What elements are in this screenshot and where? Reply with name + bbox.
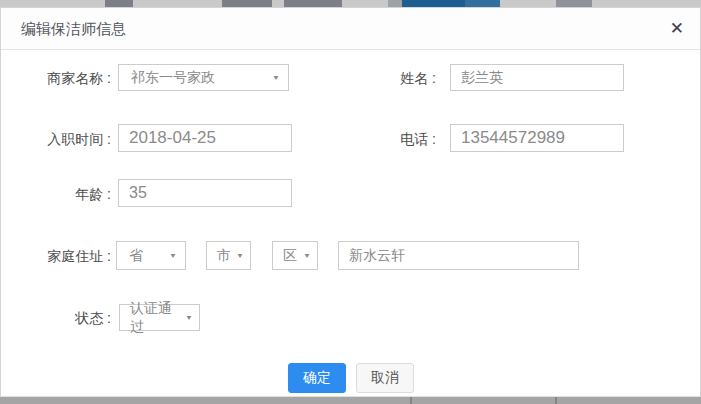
status-select[interactable]: 认证通过 ▼ (119, 304, 200, 331)
merchant-name-select[interactable]: 祁东一号家政 ▼ (118, 64, 289, 91)
confirm-button[interactable]: 确定 (288, 363, 346, 393)
edit-cleaner-modal: 编辑保洁师信息 ✕ 商家名称 : 祁东一号家政 ▼ 姓名 : 入职时间 : 电话… (0, 7, 701, 397)
chevron-down-icon: ▼ (236, 252, 244, 260)
background-bottom-strip (0, 397, 701, 404)
background-button-fragment (465, 0, 500, 7)
background-text-fragment (105, 0, 133, 7)
background-top-strip (0, 0, 701, 7)
background-text-fragment (222, 0, 272, 7)
status-label: 状态 : (11, 310, 111, 328)
merchant-name-label: 商家名称 : (11, 70, 111, 88)
home-address-label: 家庭住址 : (11, 248, 111, 266)
district-value: 区 (283, 247, 297, 265)
phone-input[interactable] (450, 124, 624, 152)
background-divider (410, 397, 412, 404)
hire-date-input[interactable] (118, 124, 292, 152)
phone-label: 电话 : (356, 131, 436, 149)
modal-header: 编辑保洁师信息 ✕ (1, 8, 700, 50)
address-detail-input[interactable] (338, 241, 579, 270)
name-input[interactable] (450, 64, 624, 91)
background-button-fragment (402, 0, 465, 7)
city-select[interactable]: 市 ▼ (206, 241, 251, 270)
background-text-fragment (284, 0, 342, 7)
merchant-name-value: 祁东一号家政 (131, 69, 215, 87)
modal-title: 编辑保洁师信息 (21, 20, 126, 39)
name-label: 姓名 : (356, 70, 436, 88)
background-text-fragment (556, 0, 592, 7)
chevron-down-icon: ▼ (169, 252, 177, 260)
chevron-down-icon: ▼ (185, 314, 193, 322)
province-value: 省 (129, 247, 143, 265)
background-divider (555, 397, 557, 404)
age-input[interactable] (118, 179, 292, 207)
district-select[interactable]: 区 ▼ (272, 241, 318, 270)
city-value: 市 (217, 247, 231, 265)
background-text-fragment (388, 0, 402, 7)
screen: 编辑保洁师信息 ✕ 商家名称 : 祁东一号家政 ▼ 姓名 : 入职时间 : 电话… (0, 0, 701, 404)
chevron-down-icon: ▼ (303, 252, 311, 260)
close-icon[interactable]: ✕ (670, 17, 684, 41)
status-value: 认证通过 (130, 300, 185, 336)
chevron-down-icon: ▼ (272, 74, 280, 82)
age-label: 年龄 : (11, 186, 111, 204)
cancel-button[interactable]: 取消 (356, 363, 414, 393)
hire-date-label: 入职时间 : (11, 131, 111, 149)
province-select[interactable]: 省 ▼ (116, 241, 186, 270)
